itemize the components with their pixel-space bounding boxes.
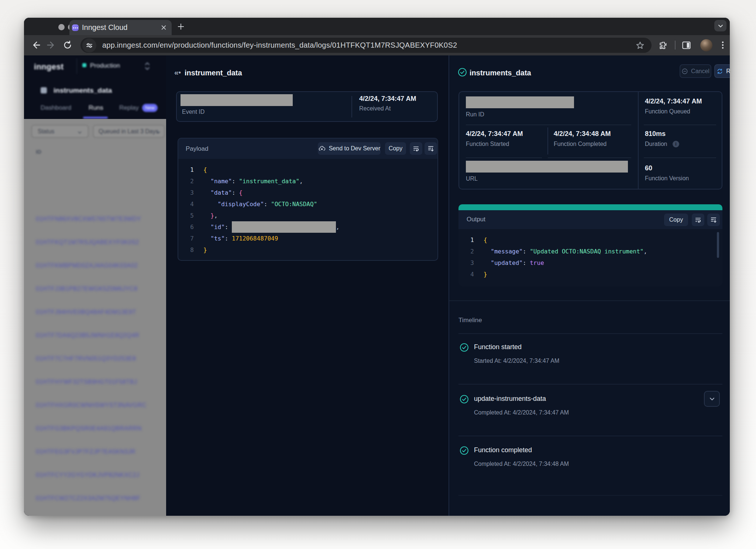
scroll-bottom-icon (427, 145, 434, 152)
cancel-icon (681, 68, 688, 75)
received-at-value: 4/2/24, 7:34:47 AM (359, 95, 416, 103)
timeline-step-time: Completed At: 4/2/2024, 7:34:47 AM (474, 409, 569, 416)
code-line: 1{ (458, 234, 722, 246)
send-to-dev-server-button[interactable]: Send to Dev Server (318, 142, 381, 155)
profile-avatar[interactable] (700, 39, 712, 51)
sidebar-function-name: instruments_data (54, 86, 112, 95)
code-line: 2 "name": "instrument_data", (178, 175, 437, 187)
run-id-list-item[interactable]: 01HTFJ3B1PB27EWGK5Z0M6JYC8 (36, 286, 137, 292)
env-selector[interactable]: Production (90, 62, 120, 69)
code-line: 4 "displayCode": "OCTO:NASDAQ" (178, 198, 437, 210)
received-at-label: Received At (359, 105, 391, 112)
step-success-icon (460, 446, 469, 455)
extensions-icon[interactable] (658, 40, 668, 50)
range-filter[interactable]: Queued in Last 3 Days (93, 125, 165, 138)
run-id-list-item[interactable]: 01HTF7C7HF7RVN051Q3YD253E8 (36, 355, 136, 362)
started-value: 4/2/24, 7:34:47 AM (466, 130, 523, 138)
run-id-redacted (466, 96, 574, 108)
event-icon: «● (174, 68, 181, 77)
run-id-list-item[interactable]: 01HTFKMBPMD0ZAJ4AG04K03A02 (36, 262, 138, 269)
sidebar-tab-replay[interactable]: Replay (119, 104, 139, 112)
timeline-step-title[interactable]: update-instruments-data (474, 395, 546, 403)
status-filter[interactable]: Status (31, 125, 89, 138)
run-panel: instruments_data Cancel Rerun Run ID (449, 55, 730, 516)
scroll-bottom-icon (710, 216, 717, 223)
back-button[interactable] (31, 40, 41, 50)
run-id-list-item[interactable]: 01HTFHYWF32TSB9HGT01F58TBJ (36, 379, 137, 385)
payload-copy-button[interactable]: Copy (385, 142, 406, 155)
tab-strip: Inngest Cloud (24, 18, 730, 35)
url-text: app.inngest.com/env/production/functions… (102, 41, 635, 50)
chevron-down-icon (156, 130, 161, 135)
step-success-icon (460, 343, 469, 352)
output-title: Output (467, 216, 485, 223)
menu-icon[interactable] (718, 40, 728, 50)
inngest-logo[interactable]: inngest (34, 62, 63, 72)
forward-button[interactable] (46, 40, 56, 50)
duration-label: Duration (645, 141, 667, 147)
output-status-bar (458, 204, 722, 210)
code-line: 8} (178, 244, 437, 256)
code-line: 5 }, (178, 210, 437, 221)
redacted-value (232, 221, 336, 233)
sidebar-runs-list: Status Queued in Last 3 Days ID 01HTFN86… (24, 119, 166, 516)
env-switch-icon[interactable] (144, 61, 150, 71)
run-id-list-item[interactable]: 01HTFHXGR0CWNHSWYST3NAVGRC (36, 402, 147, 409)
sidebar-top: inngest Production instruments_data Dash… (24, 55, 166, 119)
started-label: Function Started (466, 141, 509, 147)
code-line: 1{ (178, 164, 437, 175)
url-redacted (466, 161, 628, 173)
run-id-list-item[interactable]: 01HTFCYY2GYGYDKJVP82NKXC2J (36, 472, 140, 478)
output-copy-button[interactable]: Copy (664, 214, 688, 226)
queued-value: 4/2/24, 7:34:47 AM (645, 98, 702, 105)
duration-value: 810ms (645, 130, 666, 138)
tab-search-button[interactable] (714, 20, 726, 31)
timeline-step-title[interactable]: Function completed (474, 446, 532, 454)
side-panel-icon[interactable] (681, 40, 691, 50)
run-id-list-item[interactable]: 01HTFG3BKPQSR0E4A91QBRARRN (36, 425, 142, 432)
word-wrap-button[interactable] (410, 142, 422, 155)
cloud-download-icon (318, 145, 326, 152)
new-tab-button[interactable] (177, 23, 185, 30)
output-word-wrap-button[interactable] (692, 214, 704, 226)
close-window-button[interactable] (58, 24, 65, 30)
rerun-button[interactable]: Rerun (714, 64, 730, 78)
output-scrollbar[interactable] (717, 232, 719, 258)
active-tab-underline (83, 117, 108, 119)
tab-close-icon[interactable] (161, 24, 167, 31)
expand-step-button[interactable] (704, 391, 720, 407)
timeline-step-title[interactable]: Function started (474, 343, 522, 351)
output-header: Output Copy (458, 210, 722, 229)
site-permissions-icon[interactable] (82, 38, 96, 52)
run-id-list-item[interactable]: 01HTFCW27CZ2X3AZM75QEYNH8F (36, 495, 140, 502)
duration-info-icon[interactable]: i (673, 141, 679, 147)
browser-window: Inngest Cloud app.inngest.com/env/produc… (24, 18, 730, 516)
output-scroll-bottom-button[interactable] (707, 214, 720, 226)
completed-value: 4/2/24, 7:34:48 AM (554, 130, 611, 138)
new-badge: New (142, 104, 158, 112)
payload-section: Payload Send to Dev Server Copy 1{2 "nam… (178, 138, 438, 261)
scroll-bottom-button[interactable] (425, 142, 437, 155)
timeline-step-time: Completed At: 4/2/2024, 7:34:48 AM (474, 461, 569, 467)
run-id-list-item[interactable]: 01HTFEG3FVJP7FZJP7EA5KN3JR (36, 449, 135, 455)
event-panel: «● instrument_data Event ID 4/2/24, 7:34… (166, 55, 449, 516)
code-line: 4} (458, 269, 722, 280)
output-card: Output Copy 1{2 "message": "Updated OCTO… (458, 204, 722, 286)
bookmark-star-icon[interactable] (635, 41, 645, 50)
reload-button[interactable] (62, 40, 73, 50)
completed-label: Function Completed (554, 141, 606, 147)
sidebar-tab-dashboard[interactable]: Dashboard (41, 104, 71, 112)
id-column-header: ID (36, 149, 41, 155)
run-id-list-item[interactable]: 01HTFKQT1M7RSJQABEXYF0K0S2 (36, 239, 139, 246)
run-title: instruments_data (470, 69, 531, 77)
sidebar-tab-runs[interactable]: Runs (89, 104, 103, 112)
address-bar[interactable]: app.inngest.com/env/production/functions… (80, 38, 652, 53)
run-id-list-item[interactable]: 01HTFN86XV8CXW5765TW7E3WDY (36, 216, 141, 222)
cancel-button[interactable]: Cancel (680, 64, 711, 78)
output-code: 1{2 "message": "Updated OCTO:NASDAQ inst… (458, 229, 722, 286)
run-id-list-item[interactable]: 01HTF7DA6Q23B5JWNH1E8Q2Q4R (36, 332, 140, 339)
browser-tab[interactable]: Inngest Cloud (69, 20, 172, 35)
run-success-icon (458, 68, 467, 77)
chevron-down-icon (77, 130, 82, 135)
run-id-list-item[interactable]: 01HTFJ94HVE0BQ48AF4DM13E9T (36, 309, 136, 316)
